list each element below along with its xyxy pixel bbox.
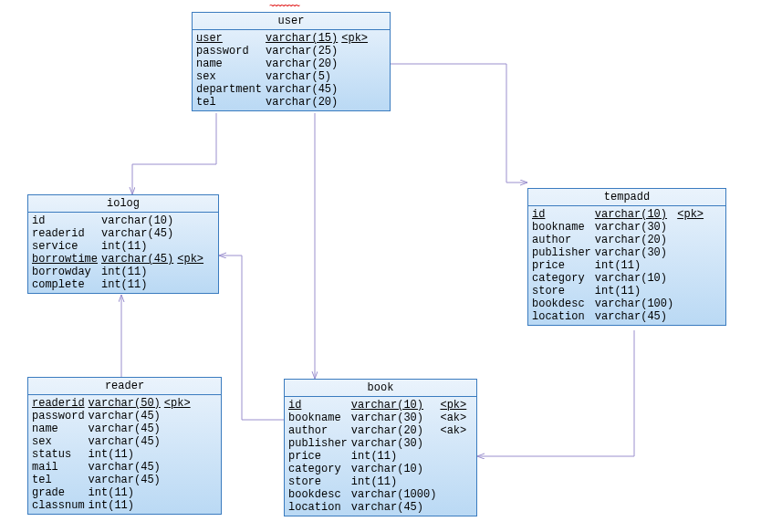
entity-book-columns: idvarchar(10)<pk> booknamevarchar(30)<ak…: [288, 399, 470, 514]
entity-iolog: iolog idvarchar(10) readeridvarchar(45) …: [27, 194, 219, 294]
entity-user-title: user: [193, 13, 390, 30]
entity-reader-title: reader: [28, 378, 221, 395]
entity-tempadd: tempadd idvarchar(10)<pk> booknamevarcha…: [527, 188, 726, 326]
entity-tempadd-title: tempadd: [528, 189, 725, 206]
entity-book-title: book: [285, 380, 476, 397]
entity-iolog-columns: idvarchar(10) readeridvarchar(45) servic…: [32, 214, 207, 291]
entity-user: user uservarchar(15)<pk> passwordvarchar…: [192, 12, 391, 111]
entity-reader: reader readeridvarchar(50)<pk> passwordv…: [27, 377, 222, 515]
entity-reader-columns: readeridvarchar(50)<pk> passwordvarchar(…: [32, 397, 194, 512]
entity-iolog-title: iolog: [28, 195, 218, 213]
entity-book: book idvarchar(10)<pk> booknamevarchar(3…: [284, 379, 477, 516]
squiggle-decoration: ~~~~~~~~: [269, 2, 298, 12]
entity-user-columns: uservarchar(15)<pk> passwordvarchar(25) …: [196, 32, 371, 109]
entity-tempadd-columns: idvarchar(10)<pk> booknamevarchar(30) au…: [532, 208, 707, 323]
